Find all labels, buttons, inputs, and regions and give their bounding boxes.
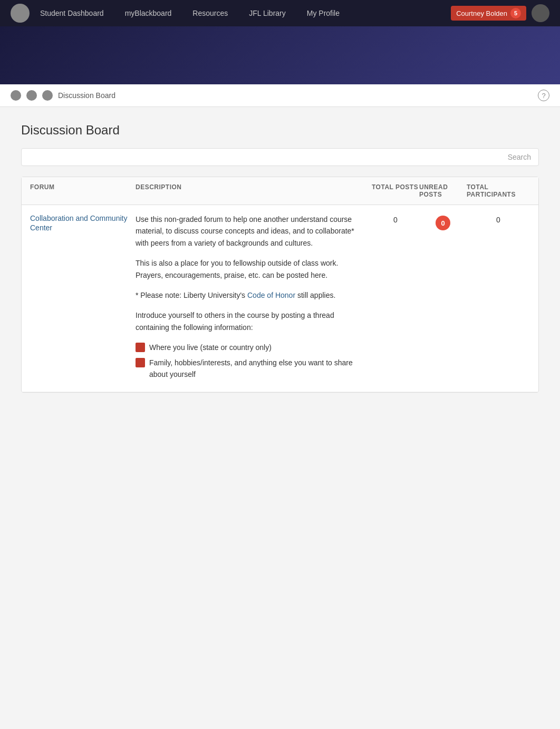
desc-note-end: still applies. bbox=[297, 291, 335, 299]
col-total-posts: TOTAL POSTS bbox=[372, 183, 419, 198]
forum-name-cell: Collaboration and Community Center bbox=[30, 213, 136, 232]
bullet-1-block: Where you live (state or country only) bbox=[136, 342, 361, 353]
help-button[interactable]: ? bbox=[538, 90, 549, 101]
col-unread-posts: UNREAD POSTS bbox=[419, 183, 467, 198]
desc-note-text: * Please note: Liberty University's bbox=[136, 291, 245, 299]
code-of-honor-link[interactable]: Code of Honor bbox=[247, 291, 295, 299]
bullet-icon-1 bbox=[136, 343, 145, 352]
breadcrumb-bar: Discussion Board ? bbox=[0, 84, 560, 107]
nav-jfl-library[interactable]: JFL Library bbox=[249, 9, 286, 17]
forum-link[interactable]: Collaboration and Community Center bbox=[30, 214, 127, 232]
col-description: DESCRIPTION bbox=[136, 183, 372, 198]
logo bbox=[11, 4, 30, 23]
desc-para-2: This is also a place for you to fellowsh… bbox=[136, 257, 361, 281]
total-participants-value: 0 bbox=[496, 216, 500, 224]
discussion-table: FORUM DESCRIPTION TOTAL POSTS UNREAD POS… bbox=[21, 177, 539, 393]
nav-my-blackboard[interactable]: myBlackboard bbox=[125, 9, 172, 17]
bullet-icon-2 bbox=[136, 358, 145, 367]
user-badge[interactable]: Courtney Bolden 5 bbox=[451, 6, 526, 21]
nav-student-dashboard[interactable]: Student Dashboard bbox=[40, 9, 104, 17]
bullet-2-block: Family, hobbies/interests, and anything … bbox=[136, 357, 361, 381]
search-bar[interactable]: Search bbox=[21, 148, 539, 166]
table-row: Collaboration and Community Center Use t… bbox=[22, 205, 538, 392]
main-content: Discussion Board Search FORUM DESCRIPTIO… bbox=[0, 107, 560, 409]
breadcrumb-dot-1 bbox=[11, 90, 21, 101]
breadcrumb-dot-3 bbox=[42, 90, 53, 101]
bullet-1-text: Where you live (state or country only) bbox=[149, 342, 272, 353]
page-title: Discussion Board bbox=[21, 123, 539, 138]
total-participants-cell: 0 bbox=[467, 213, 530, 224]
table-header: FORUM DESCRIPTION TOTAL POSTS UNREAD POS… bbox=[22, 177, 538, 205]
total-posts-cell: 0 bbox=[372, 213, 419, 224]
bullet-2-text: Family, hobbies/interests, and anything … bbox=[149, 357, 361, 381]
breadcrumb-dot-2 bbox=[26, 90, 37, 101]
desc-note: * Please note: Liberty University's Code… bbox=[136, 289, 361, 301]
nav-resources[interactable]: Resources bbox=[192, 9, 228, 17]
user-name: Courtney Bolden bbox=[456, 9, 507, 17]
breadcrumb-text: Discussion Board bbox=[58, 91, 115, 100]
unread-posts-badge: 0 bbox=[436, 216, 450, 230]
total-posts-value: 0 bbox=[393, 216, 398, 224]
col-forum: FORUM bbox=[30, 183, 136, 198]
nav-links: Student Dashboard myBlackboard Resources… bbox=[40, 9, 451, 17]
banner bbox=[0, 26, 560, 84]
top-navigation: Student Dashboard myBlackboard Resources… bbox=[0, 0, 560, 26]
unread-posts-cell: 0 bbox=[419, 213, 467, 230]
description-cell: Use this non-graded forum to help one an… bbox=[136, 213, 372, 383]
nav-right: Courtney Bolden 5 bbox=[451, 4, 549, 22]
col-total-participants: TOTAL PARTICIPANTS bbox=[467, 183, 530, 198]
avatar[interactable] bbox=[532, 4, 549, 22]
notification-count: 5 bbox=[510, 8, 521, 18]
nav-my-profile[interactable]: My Profile bbox=[307, 9, 340, 17]
desc-para-4: Introduce yourself to others in the cour… bbox=[136, 309, 361, 333]
desc-para-1: Use this non-graded forum to help one an… bbox=[136, 213, 361, 249]
